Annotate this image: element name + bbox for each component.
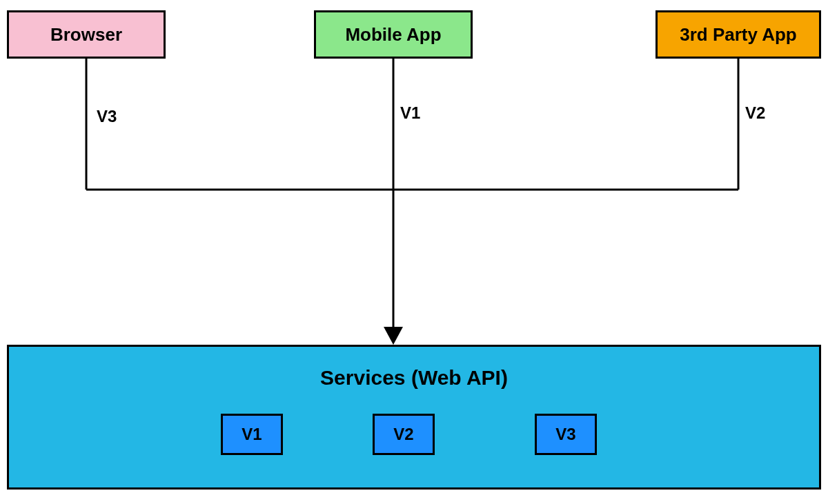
- service-version-v2-label: V2: [393, 425, 413, 443]
- client-box-browser: Browser: [7, 10, 166, 59]
- edge-label-mobile-version: V1: [400, 103, 420, 123]
- service-version-v3-label: V3: [555, 425, 575, 443]
- client-box-thirdparty: 3rd Party App: [656, 10, 821, 59]
- edge-label-thirdparty-version: V2: [745, 103, 765, 123]
- service-version-v1-label: V1: [241, 425, 262, 443]
- diagram-canvas: Browser Mobile App 3rd Party App V3 V1 V…: [0, 0, 828, 504]
- client-mobile-label: Mobile App: [345, 24, 441, 45]
- edge-label-browser-version: V3: [97, 107, 117, 126]
- service-version-v2: V2: [373, 414, 435, 455]
- client-browser-label: Browser: [50, 24, 122, 45]
- client-box-mobile: Mobile App: [314, 10, 473, 59]
- services-title: Services (Web API): [320, 366, 508, 389]
- svg-marker-5: [384, 327, 403, 345]
- client-thirdparty-label: 3rd Party App: [680, 24, 797, 45]
- service-version-v3: V3: [535, 414, 597, 455]
- service-version-v1: V1: [221, 414, 283, 455]
